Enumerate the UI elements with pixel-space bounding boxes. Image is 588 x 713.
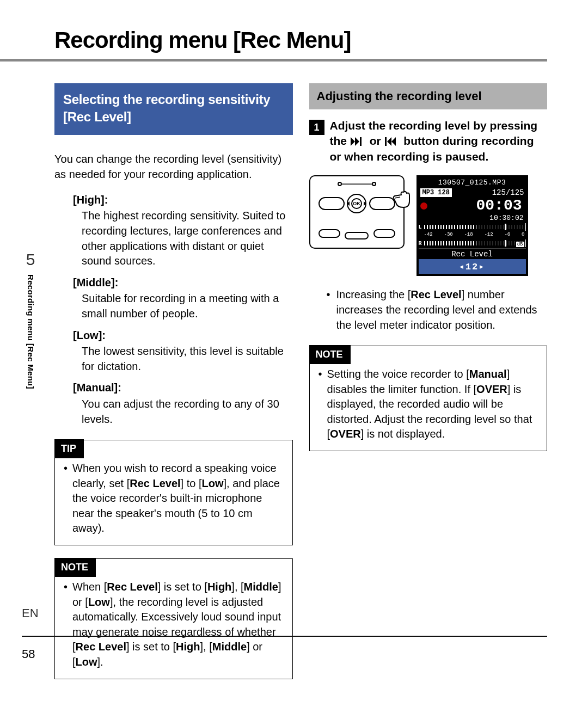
note-tag-right: NOTE: [309, 345, 351, 364]
step-1: 1 Adjust the recording level by pressing…: [309, 118, 548, 164]
step-text: Adjust the recording level by pressing t…: [330, 118, 548, 164]
lcd-db-label: dB: [516, 242, 524, 247]
page-title: Recording menu [Rec Menu]: [0, 27, 547, 62]
language-indicator: EN: [22, 606, 39, 620]
device-button-bl: [318, 229, 340, 238]
lcd-counter: 125/125: [492, 188, 524, 197]
lcd-format-badge: MP3 128: [420, 188, 452, 197]
device-button-br: [373, 229, 395, 238]
note-tag: NOTE: [54, 558, 96, 577]
lcd-rec-level-label: Rec Level: [419, 248, 526, 259]
chapter-label: Recording menu [Rec Menu]: [26, 274, 35, 389]
note-text-right: Setting the voice recorder to [Manual] d…: [327, 367, 538, 442]
option-manual: [Manual]: You can adjust the recording t…: [73, 380, 293, 427]
ok-button-icon: OK: [347, 194, 366, 213]
svg-rect-1: [385, 137, 387, 146]
svg-rect-0: [360, 137, 362, 146]
tip-tag: TIP: [54, 439, 84, 458]
lcd-scale: -42-30-18-12-60: [419, 232, 526, 238]
intro-text: You can change the recording level (sens…: [54, 151, 293, 182]
lcd-elapsed: 00:03: [476, 198, 524, 213]
chapter-tab: 5 Recording menu [Rec Menu]: [16, 250, 45, 389]
next-track-icon: [351, 137, 366, 146]
device-button-left: [318, 197, 345, 210]
note-box-right: NOTE Setting the voice recorder to [Manu…: [309, 346, 548, 451]
page-number: 58: [22, 647, 35, 661]
tip-box: TIP When you wish to record a speaking v…: [54, 440, 293, 545]
lcd-filename: 130507_0125.MP3: [419, 177, 526, 188]
section-heading-rec-level: Selecting the recording sensitivity [Rec…: [54, 83, 293, 135]
lcd-rec-level-value: ◂12▸: [419, 259, 526, 274]
right-column: Adjusting the recording level 1 Adjust t…: [309, 83, 548, 679]
lcd-screenshot: 130507_0125.MP3 MP3 128 125/125 00:03 10…: [416, 175, 528, 276]
prev-track-icon: [385, 137, 400, 146]
device-illustration: OK: [309, 175, 405, 249]
option-high: [High]: The highest recording sensitivit…: [73, 193, 293, 269]
lcd-left-channel: L: [419, 224, 422, 230]
lcd-right-channel: R: [419, 241, 422, 247]
footer-rule: [22, 636, 547, 637]
option-middle: [Middle]: Suitable for recording in a me…: [73, 275, 293, 322]
chapter-number: 5: [16, 250, 45, 269]
pointing-hand-icon: [391, 189, 413, 211]
record-indicator-icon: [420, 202, 427, 210]
note-text-left: When [Rec Level] is set to [High], [Midd…: [72, 580, 284, 670]
note-box-left: NOTE When [Rec Level] is set to [High], …: [54, 558, 293, 679]
tip-text: When you wish to record a speaking voice…: [72, 461, 284, 536]
left-column: Selecting the recording sensitivity [Rec…: [54, 83, 293, 679]
info-bullet: Increasing the [Rec Level] number increa…: [327, 287, 548, 333]
step-number: 1: [309, 120, 324, 135]
option-low: [Low]: The lowest sensitivity, this leve…: [73, 328, 293, 374]
lcd-remaining: 10:30:02: [419, 214, 526, 222]
section-heading-adjusting: Adjusting the recording level: [309, 83, 548, 109]
